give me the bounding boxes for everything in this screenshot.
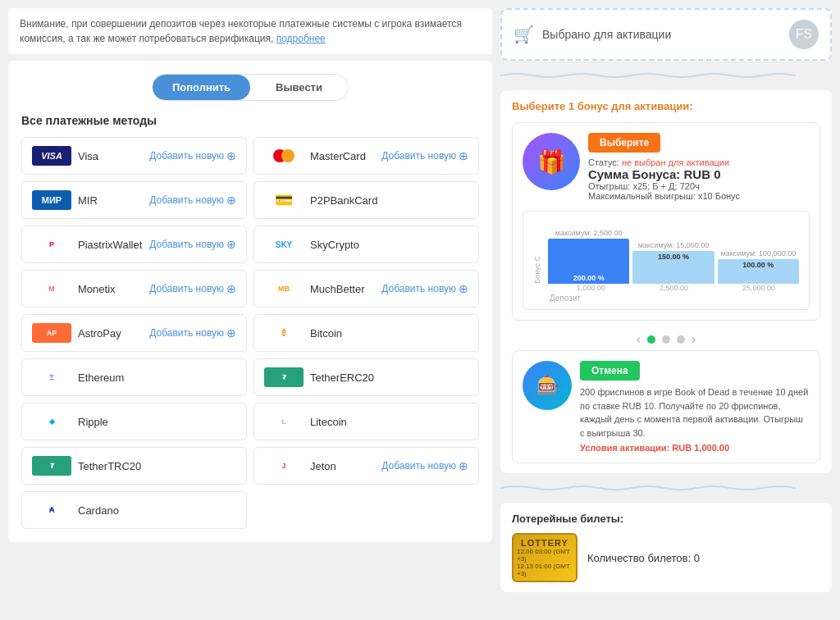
bar1: 200.00 % (548, 239, 629, 284)
second-bonus-card: 🎰 Отмена 200 фриспинов в игре Book of De… (512, 350, 820, 463)
nav-dot-1[interactable] (647, 335, 655, 344)
tab-deposit[interactable]: Пополнить (153, 75, 250, 100)
method-item-muchbetter[interactable]: MBMuchBetterДобавить новую ⊕ (253, 270, 479, 308)
method-name-jeton: Jeton (310, 460, 375, 472)
deposit-box: Пополнить Вывести Все платежные методы V… (8, 61, 492, 542)
method-name-tethertrc: TetherTRC20 (78, 460, 236, 472)
method-name-monetix: Monetix (78, 283, 143, 295)
method-logo-tethertrc: ₮ (32, 456, 71, 476)
method-item-p2p[interactable]: 💳P2PBankCard (253, 181, 479, 219)
method-item-skycrypto[interactable]: SKYSkyCrypto (253, 226, 479, 263)
status-value: не выбран для активации (622, 157, 729, 167)
add-link-visa[interactable]: Добавить новую ⊕ (149, 149, 236, 162)
next-arrow[interactable]: › (692, 332, 696, 347)
add-link-monetix[interactable]: Добавить новую ⊕ (149, 282, 236, 295)
method-name-mir: MIR (78, 194, 143, 207)
bar3-top-label: максимум: 100,000.00 (720, 249, 796, 258)
tab-withdraw[interactable]: Вывести (250, 75, 348, 100)
notice-bar: Внимание, при совершении депозитов через… (8, 8, 492, 54)
bonus-image-2: 🎰 (523, 361, 572, 410)
method-item-jeton[interactable]: JJetonДобавить новую ⊕ (253, 447, 479, 485)
method-name-astropay: AstroPay (78, 327, 143, 340)
bonus-conditions: Условия активации: RUB 1,000.00 (580, 443, 810, 453)
method-name-piastrix: PiastrixWallet (78, 239, 143, 251)
method-item-bitcoin[interactable]: ₿Bitcoin (253, 314, 479, 352)
bar1-top-label: максимум: 2,500.00 (555, 229, 623, 237)
second-bonus-text: 200 фриспинов в игре Book of Dead в тече… (580, 385, 810, 440)
deposit-label: Депозит (530, 292, 802, 303)
method-name-cardano: Cardano (78, 504, 236, 517)
add-link-muchbetter[interactable]: Добавить новую ⊕ (381, 282, 468, 295)
lottery-date-2: 12.13 01:00 (GMT +3) (517, 563, 573, 577)
lottery-ticket: LOTTERY 12.06 03:00 (GMT +3) 12.13 01:00… (512, 533, 578, 582)
second-bonus-content: Отмена 200 фриспинов в игре Book of Dead… (580, 361, 810, 453)
bonus-header: Выберите 1 бонус для активации: (512, 100, 820, 112)
bonus-details: Отыгрыш: x25; Б + Д; 720ч Максимальный в… (588, 181, 810, 201)
bonus-amount: Сумма Бонуса: RUB 0 (588, 167, 810, 181)
add-link-mir[interactable]: Добавить новую ⊕ (149, 194, 236, 207)
chart-bar-2: максимум: 15,000.00 150.00 % (632, 241, 714, 284)
lottery-count-value: 0 (694, 552, 700, 564)
method-item-tethertrc[interactable]: ₮TetherTRC20 (21, 447, 247, 485)
add-link-astropay[interactable]: Добавить новую ⊕ (149, 326, 236, 340)
method-item-ethereum[interactable]: ΞEthereum (21, 358, 247, 396)
lottery-date-1: 12.06 03:00 (GMT +3) (517, 548, 573, 563)
nav-dot-3[interactable] (677, 335, 685, 344)
chart-x-labels: 1,000.00 2,500.00 25,000.00 (530, 284, 802, 292)
method-logo-ethereum: Ξ (32, 367, 71, 387)
activation-title: Выбрано для активации (542, 28, 789, 41)
wager-label: Отыгрыш: (588, 181, 630, 191)
add-link-mastercard[interactable]: Добавить новую ⊕ (381, 149, 468, 162)
method-item-ripple[interactable]: ◈Ripple (21, 403, 247, 440)
add-link-jeton[interactable]: Добавить новую ⊕ (381, 459, 468, 472)
bonus-section: Выберите 1 бонус для активации: 🎁 Выбери… (500, 90, 832, 473)
chart-y-label: Бонус С (533, 256, 541, 284)
method-item-mir[interactable]: МИРMIRДобавить новую ⊕ (21, 181, 247, 219)
notice-text: Внимание, при совершении депозитов через… (20, 18, 462, 44)
lottery-row: LOTTERY 12.06 03:00 (GMT +3) 12.13 01:00… (512, 533, 820, 582)
method-item-monetix[interactable]: MMonetixДобавить новую ⊕ (21, 270, 247, 308)
bar3: 100.00 % (718, 259, 799, 284)
cancel-bonus-button[interactable]: Отмена (580, 361, 640, 381)
max-label: Максимальный выигрыш: (588, 191, 696, 201)
method-item-litecoin[interactable]: ŁLitecoin (253, 403, 479, 440)
method-item-astropay[interactable]: APAstroPayДобавить новую ⊕ (21, 314, 247, 352)
lottery-count-label: Количество билетов: (587, 552, 691, 564)
method-item-visa[interactable]: VISAVisaДобавить новую ⊕ (21, 137, 247, 175)
prev-arrow[interactable]: ‹ (637, 332, 641, 347)
chart-bar-1: максимум: 2,500.00 200.00 % (548, 229, 629, 284)
x-label-3: 25,000.00 (742, 284, 775, 292)
method-logo-p2p: 💳 (264, 190, 304, 210)
left-panel: Внимание, при совершении депозитов через… (8, 8, 492, 612)
method-logo-monetix: M (32, 279, 71, 299)
method-logo-cardano: ₳ (32, 500, 71, 520)
wavy-divider (500, 72, 832, 79)
method-item-cardano[interactable]: ₳Cardano (21, 491, 247, 529)
method-logo-muchbetter: MB (264, 279, 304, 299)
cart-icon: 🛒 (514, 25, 534, 44)
method-name-litecoin: Litecoin (310, 416, 468, 428)
tab-row: Пополнить Вывести (152, 74, 349, 101)
method-logo-skycrypto: SKY (264, 235, 304, 254)
bonus-nav: ‹ › (512, 329, 820, 350)
add-link-piastrix[interactable]: Добавить новую ⊕ (149, 238, 236, 251)
wager-value: x25; Б + Д; 720ч (632, 181, 699, 191)
section-title: Все платежные методы (21, 114, 479, 127)
method-logo-ripple: ◈ (32, 412, 71, 431)
sum-value: RUB 0 (684, 167, 721, 181)
status-label: Статус: (588, 157, 619, 167)
bonus-card-top: 🎁 Выберите Статус: не выбран для активац… (523, 133, 810, 201)
method-logo-piastrix: P (32, 235, 71, 254)
nav-dot-2[interactable] (662, 335, 670, 344)
method-item-tether[interactable]: ₮TetherERC20 (253, 358, 479, 396)
method-item-piastrix[interactable]: PPiastrixWalletДобавить новую ⊕ (21, 226, 247, 263)
select-bonus-button[interactable]: Выберите (588, 133, 660, 153)
method-logo-bitcoin: ₿ (264, 323, 304, 343)
bonus-header-prefix: Выберите (512, 100, 568, 112)
method-logo-astropay: AP (32, 323, 71, 343)
notice-link[interactable]: подробнее (276, 33, 326, 44)
max-value: x10 Бонус (698, 191, 740, 201)
right-panel: 🛒 Выбрано для активации FS Выберите 1 бо… (500, 8, 832, 612)
bonus-status: Статус: не выбран для активации (588, 157, 810, 167)
method-item-mastercard[interactable]: MasterCardДобавить новую ⊕ (253, 137, 479, 175)
